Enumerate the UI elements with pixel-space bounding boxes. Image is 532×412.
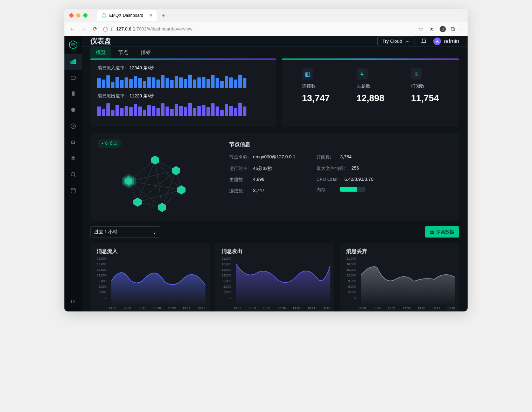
memory-bar [340, 187, 365, 192]
svg-rect-6 [73, 61, 74, 64]
sidebar-item-rules[interactable] [64, 118, 82, 134]
tab-close-icon[interactable]: ✕ [149, 13, 153, 18]
node-maxfd-label: 最大文件句柄: [316, 165, 348, 172]
svg-marker-29 [172, 166, 180, 175]
node-uptime-value: 45分32秒 [253, 165, 272, 172]
svg-point-10 [71, 172, 75, 176]
account-badge[interactable]: 8 [440, 26, 446, 32]
tab-metrics[interactable]: 指标 [135, 47, 156, 59]
forward-icon[interactable]: → [80, 26, 87, 32]
in-rate-value: 12340 条/秒 [130, 65, 154, 71]
node-cpu-value: 6.42/3.91/3.70 [344, 177, 373, 182]
topics-value: 12,898 [357, 93, 385, 104]
window-maximize-icon[interactable] [83, 13, 88, 18]
browser-tabbar: EMQX Dashboard ✕ + [64, 9, 468, 22]
window-close-icon[interactable] [69, 13, 74, 18]
sidebar-collapse[interactable] [64, 295, 82, 311]
star-icon[interactable]: ☆ [418, 26, 424, 32]
svg-rect-5 [71, 62, 72, 64]
rates-card: 消息流入速率:12340 条/秒 消息流出速率:11220 条/秒 [90, 59, 276, 127]
node-info-title: 节点信息 [229, 141, 449, 148]
node-card: 6 节点 [90, 133, 459, 221]
sidebar-item-bookmark[interactable] [64, 86, 82, 102]
address-bar[interactable]: ◯ ▯ 127.0.0.1:7002/#/dashboard/overview [103, 26, 413, 32]
connections-label: 连接数 [302, 83, 330, 89]
node-conn-label: 连接数: [229, 188, 250, 194]
node-topics-value: 4,898 [253, 177, 265, 183]
user-menu[interactable]: A admin [433, 37, 459, 45]
page-title: 仪表盘 [90, 36, 111, 46]
sidebar-item-security[interactable] [64, 102, 82, 118]
sidebar-item-settings[interactable] [64, 134, 82, 150]
avatar: A [433, 37, 441, 45]
sidebar-item-diagnose[interactable] [64, 166, 82, 183]
new-tab-button[interactable]: + [160, 12, 167, 19]
node-uptime-label: 运行时长: [229, 165, 250, 172]
topics-label: 主题数 [357, 83, 385, 89]
svg-line-11 [74, 176, 76, 177]
connections-value: 13,747 [302, 93, 330, 104]
svg-line-24 [129, 181, 181, 190]
logo-icon[interactable] [64, 36, 82, 54]
try-cloud-button[interactable]: Try Cloud → [377, 36, 415, 46]
node-name-label: 节点名称: [229, 154, 250, 160]
in-rate-label: 消息流入速率: [97, 65, 126, 71]
svg-marker-0 [102, 13, 106, 18]
tab-overview[interactable]: 概览 [90, 47, 111, 59]
node-mem-label: 内存: [316, 187, 337, 193]
out-rate-value: 11220 条/秒 [130, 93, 154, 99]
chart-in-title: 消息流入 [92, 248, 208, 255]
topics-icon: # [357, 68, 368, 80]
svg-point-12 [71, 188, 75, 190]
subscriptions-value: 11,754 [411, 93, 439, 104]
arrow-right-icon: → [405, 39, 409, 44]
out-rate-label: 消息流出速率: [97, 93, 126, 99]
notifications-icon[interactable] [421, 37, 427, 45]
menu-icon[interactable]: ≡ [460, 26, 463, 32]
node-conn-value: 3,747 [253, 188, 265, 194]
tab-nodes[interactable]: 节点 [113, 47, 134, 59]
subscriptions-label: 订阅数 [411, 83, 439, 89]
out-rate-sparkline [97, 103, 269, 116]
back-icon[interactable]: ← [69, 26, 76, 32]
node-cpu-label: CPU Load: [316, 177, 341, 182]
chart-out-title: 消息发出 [217, 248, 332, 255]
sidebar-item-system[interactable] [64, 183, 82, 199]
chart-messages-in: 消息流入 21,00018,00015,00012,0009,0006,0003… [90, 243, 210, 311]
subscriptions-icon: ⎋ [411, 68, 422, 80]
node-subs-label: 订阅数: [316, 154, 337, 160]
window-minimize-icon[interactable] [76, 13, 80, 18]
try-cloud-label: Try Cloud [383, 39, 402, 44]
node-topics-label: 主题数: [229, 177, 250, 183]
explore-icon: ▦ [430, 229, 434, 235]
browser-tab[interactable]: EMQX Dashboard ✕ [97, 10, 157, 21]
connections-icon: ◧ [302, 68, 313, 80]
node-topology[interactable] [115, 151, 195, 214]
reload-icon[interactable]: ⟳ [92, 26, 98, 32]
svg-rect-8 [71, 76, 75, 80]
sidebar-item-dashboard[interactable] [64, 54, 82, 70]
page-info-icon: ▯ [111, 26, 113, 32]
stats-card: ◧ 连接数 13,747 # 主题数 12,898 ⎋ 订阅数 11,7 [282, 59, 459, 127]
tab-title: EMQX Dashboard [109, 13, 143, 18]
sidebar [64, 36, 82, 311]
url-path: :7002/#/dashboard/overview [135, 26, 192, 32]
svg-marker-31 [158, 203, 166, 212]
chart-drop-title: 消息丢弃 [342, 248, 457, 255]
explore-label: 探索数据 [436, 229, 454, 235]
chart-messages-out: 消息发出 21,00018,00015,00012,0009,0006,0003… [215, 243, 335, 311]
explore-data-button[interactable]: ▦ 探索数据 [425, 226, 459, 238]
username: admin [444, 38, 459, 44]
url-host: 127.0.0.1 [116, 26, 135, 32]
chevron-down-icon: ⌄ [153, 229, 156, 235]
node-name-value: emqx000@127.0.0.1 [253, 154, 295, 160]
svg-line-20 [138, 171, 176, 202]
svg-rect-7 [75, 60, 76, 64]
svg-line-16 [138, 160, 155, 202]
sidebar-item-extensions[interactable] [64, 150, 82, 166]
sidebar-item-connections[interactable] [64, 70, 82, 86]
time-range-select[interactable]: 过去 1 小时 ⌄ [90, 226, 160, 238]
time-range-value: 过去 1 小时 [94, 229, 117, 235]
extensions-icon[interactable]: ⧉ [451, 26, 455, 32]
pocket-icon[interactable]: ⛨ [429, 26, 435, 32]
